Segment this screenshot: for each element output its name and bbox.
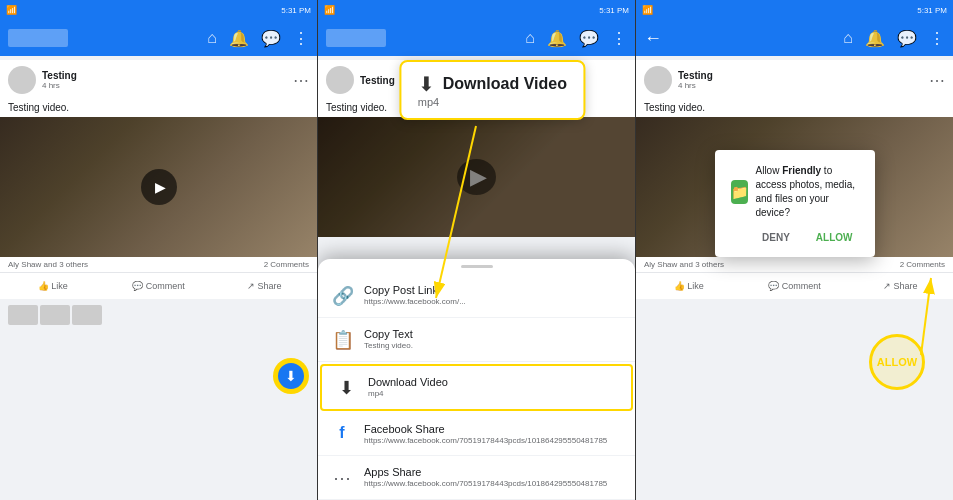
msg-icon[interactable]: 💬 bbox=[261, 29, 281, 48]
menu-item-text-fb: Facebook Share https://www.facebook.com/… bbox=[364, 423, 607, 445]
status-right-3: 5:31 PM bbox=[917, 6, 947, 15]
more-icon-2[interactable]: ⋮ bbox=[611, 29, 627, 48]
copy-icon: 📋 bbox=[332, 329, 352, 351]
like-btn-1[interactable]: 👍 Like bbox=[0, 277, 106, 295]
post-more-1[interactable]: ⋯ bbox=[293, 71, 309, 90]
allow-text: ALLOW bbox=[877, 356, 917, 368]
perm-actions: DENY ALLOW bbox=[731, 228, 859, 247]
status-icons: 📶 bbox=[6, 5, 17, 15]
menu-item-copy-text[interactable]: 📋 Copy Text Testing video. bbox=[318, 318, 635, 362]
thumb-2 bbox=[40, 305, 70, 325]
post-actions-3: 👍 Like 💬 Comment ↗ Share bbox=[636, 272, 953, 299]
comments-count-1: 2 Comments bbox=[264, 260, 309, 269]
menu-item-sub-download: mp4 bbox=[368, 389, 448, 398]
post-time-3: 4 hrs bbox=[678, 81, 923, 90]
status-left: 📶 bbox=[6, 5, 17, 15]
nav-icons-3: ⌂ 🔔 💬 ⋮ bbox=[843, 29, 945, 48]
likes-bar-1: Aly Shaw and 3 others 2 Comments bbox=[0, 257, 317, 272]
dimmed-overlay-2 bbox=[318, 117, 635, 237]
permission-dialog: 📁 Allow Friendly to access photos, media… bbox=[715, 150, 875, 257]
status-time: 5:31 PM bbox=[281, 6, 311, 15]
menu-overlay: 🔗 Copy Post Link https://www.facebook.co… bbox=[318, 259, 635, 500]
apps-share-icon: ⋯ bbox=[332, 467, 352, 489]
menu-item-sub-copy: Testing video. bbox=[364, 341, 413, 350]
status-bar-2: 📶 5:31 PM bbox=[318, 0, 635, 20]
nav-bar-3: ← ⌂ 🔔 💬 ⋮ bbox=[636, 20, 953, 56]
comments-count-3: 2 Comments bbox=[900, 260, 945, 269]
thumb-3 bbox=[72, 305, 102, 325]
likes-text-3: Aly Shaw and 3 others bbox=[644, 260, 724, 269]
post-name-3: Testing bbox=[678, 70, 923, 81]
status-icons-3: 📶 bbox=[642, 5, 653, 15]
menu-item-title-apps: Apps Share bbox=[364, 466, 607, 478]
status-left-2: 📶 bbox=[324, 5, 335, 15]
status-icons-2: 📶 bbox=[324, 5, 335, 15]
msg-icon-3[interactable]: 💬 bbox=[897, 29, 917, 48]
share-btn-1[interactable]: ↗ Share bbox=[211, 277, 317, 295]
home-icon-2[interactable]: ⌂ bbox=[525, 29, 535, 48]
likes-text-1: Aly Shaw and 3 others bbox=[8, 260, 88, 269]
callout-sub: mp4 bbox=[418, 96, 567, 108]
share-btn-3[interactable]: ↗ Share bbox=[847, 277, 953, 295]
post-header-3: Testing 4 hrs ⋯ bbox=[636, 60, 953, 100]
notif-icon-3[interactable]: 🔔 bbox=[865, 29, 885, 48]
nav-icons-1: ⌂ 🔔 💬 ⋮ bbox=[207, 29, 309, 48]
fb-share-icon: f bbox=[332, 424, 352, 442]
download-circle-1[interactable]: ⬇ bbox=[275, 360, 307, 392]
menu-handle bbox=[461, 265, 493, 268]
panel-1: 📶 5:31 PM ⌂ 🔔 💬 ⋮ Testing 4 hrs ⋯ Tes bbox=[0, 0, 318, 500]
allow-button[interactable]: ALLOW bbox=[810, 228, 859, 247]
deny-button[interactable]: DENY bbox=[756, 228, 796, 247]
avatar-3 bbox=[644, 66, 672, 94]
download-video-callout: ⬇ Download Video mp4 bbox=[400, 60, 585, 120]
menu-item-title-fb: Facebook Share bbox=[364, 423, 607, 435]
menu-item-fb-share[interactable]: f Facebook Share https://www.facebook.co… bbox=[318, 413, 635, 456]
post-text-1: Testing video. bbox=[0, 100, 317, 117]
feed-3: Testing 4 hrs ⋯ Testing video. Aly Shaw … bbox=[636, 56, 953, 500]
status-right-2: 5:31 PM bbox=[599, 6, 629, 15]
notif-icon[interactable]: 🔔 bbox=[229, 29, 249, 48]
fb-logo-1 bbox=[8, 29, 68, 47]
post-name-1: Testing bbox=[42, 70, 287, 81]
avatar-2 bbox=[326, 66, 354, 94]
feed-1: Testing 4 hrs ⋯ Testing video. Aly Shaw … bbox=[0, 56, 317, 500]
play-btn-1[interactable] bbox=[141, 169, 177, 205]
fb-logo-2 bbox=[326, 29, 386, 47]
nav-bar-1: ⌂ 🔔 💬 ⋮ bbox=[0, 20, 317, 56]
post-meta-3: Testing 4 hrs bbox=[678, 70, 923, 90]
home-icon-3[interactable]: ⌂ bbox=[843, 29, 853, 48]
menu-item-apps-share[interactable]: ⋯ Apps Share https://www.facebook.com/70… bbox=[318, 456, 635, 500]
more-icon-3[interactable]: ⋮ bbox=[929, 29, 945, 48]
msg-icon-2[interactable]: 💬 bbox=[579, 29, 599, 48]
menu-item-title-download: Download Video bbox=[368, 376, 448, 388]
thumb-1 bbox=[8, 305, 38, 325]
status-time-3: 5:31 PM bbox=[917, 6, 947, 15]
download-icon-menu: ⬇ bbox=[336, 377, 356, 399]
callout-title: Download Video bbox=[443, 75, 567, 93]
video-thumb-1[interactable] bbox=[0, 117, 317, 257]
home-icon[interactable]: ⌂ bbox=[207, 29, 217, 48]
menu-item-text-apps: Apps Share https://www.facebook.com/7051… bbox=[364, 466, 607, 488]
menu-item-title-copy-link: Copy Post Link bbox=[364, 284, 466, 296]
menu-item-copy-link[interactable]: 🔗 Copy Post Link https://www.facebook.co… bbox=[318, 274, 635, 318]
notif-icon-2[interactable]: 🔔 bbox=[547, 29, 567, 48]
menu-item-title-copy: Copy Text bbox=[364, 328, 413, 340]
post-more-3[interactable]: ⋯ bbox=[929, 71, 945, 90]
status-time-2: 5:31 PM bbox=[599, 6, 629, 15]
post-meta-1: Testing 4 hrs bbox=[42, 70, 287, 90]
comment-btn-3[interactable]: 💬 Comment bbox=[742, 277, 848, 295]
comment-btn-1[interactable]: 💬 Comment bbox=[106, 277, 212, 295]
callout-row: ⬇ Download Video bbox=[418, 72, 567, 96]
nav-icons-2: ⌂ 🔔 💬 ⋮ bbox=[525, 29, 627, 48]
more-icon[interactable]: ⋮ bbox=[293, 29, 309, 48]
menu-item-download-video[interactable]: ⬇ Download Video mp4 bbox=[320, 364, 633, 411]
video-area-2[interactable] bbox=[318, 117, 635, 237]
menu-item-sub-apps: https://www.facebook.com/70519178443pcds… bbox=[364, 479, 607, 488]
like-btn-3[interactable]: 👍 Like bbox=[636, 277, 742, 295]
back-icon[interactable]: ← bbox=[644, 28, 662, 49]
small-images-1 bbox=[0, 303, 317, 327]
status-bar-1: 📶 5:31 PM bbox=[0, 0, 317, 20]
menu-item-sub-fb: https://www.facebook.com/70519178443pcds… bbox=[364, 436, 607, 445]
link-icon: 🔗 bbox=[332, 285, 352, 307]
allow-highlight-circle: ALLOW bbox=[869, 334, 925, 390]
